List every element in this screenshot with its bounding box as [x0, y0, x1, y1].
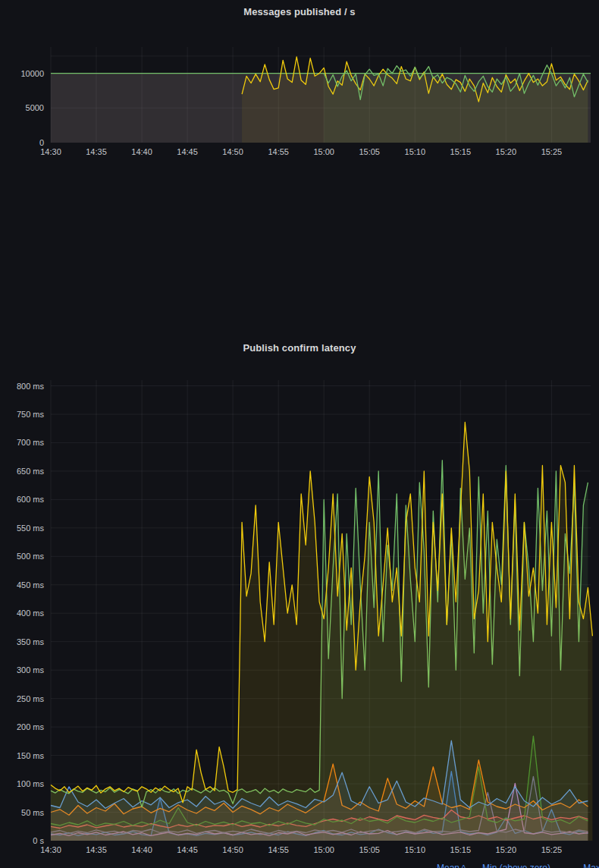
y-axis-tick-label: 750 ms: [17, 410, 45, 419]
x-axis-tick-label: 15:25: [541, 845, 563, 854]
y-axis-tick-label: 500 ms: [17, 552, 45, 561]
series-area: [51, 423, 592, 841]
y-axis-tick-label: 200 ms: [17, 722, 45, 731]
x-axis-tick-label: 15:25: [541, 147, 563, 156]
x-axis-tick-label: 14:35: [86, 845, 107, 854]
x-axis-tick-label: 15:05: [359, 147, 380, 156]
y-axis-tick-label: 300 ms: [17, 665, 45, 675]
x-axis-tick-label: 15:20: [496, 147, 517, 156]
y-axis-tick-label: 0: [39, 138, 44, 147]
y-axis-tick-label: 800 ms: [17, 382, 45, 391]
legend-table: Mean^ Min (above zero) Max {rabbitmq_clu…: [0, 860, 599, 868]
x-axis-tick-label: 14:45: [177, 845, 198, 854]
y-axis-tick-label: 0 s: [33, 836, 44, 845]
x-axis-tick-label: 14:40: [131, 845, 152, 854]
x-axis-tick-label: 14:55: [268, 845, 289, 854]
x-axis-tick-label: 15:05: [359, 845, 380, 854]
x-axis-tick-label: 14:55: [268, 147, 289, 156]
publish-confirm-latency-chart[interactable]: 14:3014:3514:4014:4514:5014:5515:0015:05…: [0, 360, 599, 858]
y-axis-tick-label: 10000: [20, 69, 44, 78]
legend-sort-min[interactable]: Min (above zero): [482, 863, 571, 868]
x-axis-tick-label: 15:10: [405, 845, 426, 854]
x-axis-tick-label: 14:30: [40, 147, 61, 156]
y-axis-tick-label: 450 ms: [17, 580, 45, 590]
y-axis-tick-label: 650 ms: [17, 467, 45, 476]
x-axis-tick-label: 14:50: [222, 147, 243, 156]
x-axis-tick-label: 15:20: [496, 845, 517, 854]
y-axis-tick-label: 350 ms: [17, 637, 45, 646]
x-axis-tick-label: 14:50: [222, 845, 243, 854]
sort-ascending-icon: ^: [462, 864, 466, 868]
legend-sort-mean[interactable]: Mean^: [437, 863, 482, 868]
x-axis-tick-label: 15:15: [450, 147, 472, 156]
y-axis-tick-label: 600 ms: [17, 495, 45, 504]
x-axis-tick-label: 14:30: [40, 845, 61, 854]
y-axis-tick-label: 250 ms: [17, 694, 45, 703]
panel-messages-published: Messages published / s 14:3014:3514:4014…: [0, 0, 599, 163]
x-axis-tick-label: 14:35: [86, 147, 107, 156]
y-axis-tick-label: 400 ms: [17, 609, 45, 618]
legend-header: Mean^ Min (above zero) Max: [0, 860, 599, 868]
legend-sort-max[interactable]: Max: [571, 863, 599, 868]
y-axis-tick-label: 5000: [26, 103, 44, 112]
y-axis-tick-label: 150 ms: [17, 751, 45, 760]
messages-published-chart[interactable]: 14:3014:3514:4014:4514:5014:5515:0015:05…: [0, 0, 599, 163]
y-axis-tick-label: 700 ms: [17, 438, 45, 447]
y-axis-tick-label: 50 ms: [21, 808, 44, 817]
x-axis-tick-label: 14:40: [131, 147, 152, 156]
panel-title-publish-confirm-latency[interactable]: Publish confirm latency: [0, 342, 599, 354]
grafana-dashboard: { "panels": [ {"title": "Messages publis…: [0, 0, 599, 868]
x-axis-tick-label: 14:45: [177, 147, 198, 156]
x-axis-tick-label: 15:00: [313, 147, 334, 156]
x-axis-tick-label: 15:00: [313, 845, 334, 854]
x-axis-tick-label: 15:10: [405, 147, 426, 156]
y-axis-tick-label: 550 ms: [17, 524, 45, 533]
panel-publish-confirm-latency: Publish confirm latency 14:3014:3514:401…: [0, 163, 599, 868]
x-axis-tick-label: 15:15: [450, 845, 472, 854]
y-axis-tick-label: 100 ms: [17, 779, 45, 788]
